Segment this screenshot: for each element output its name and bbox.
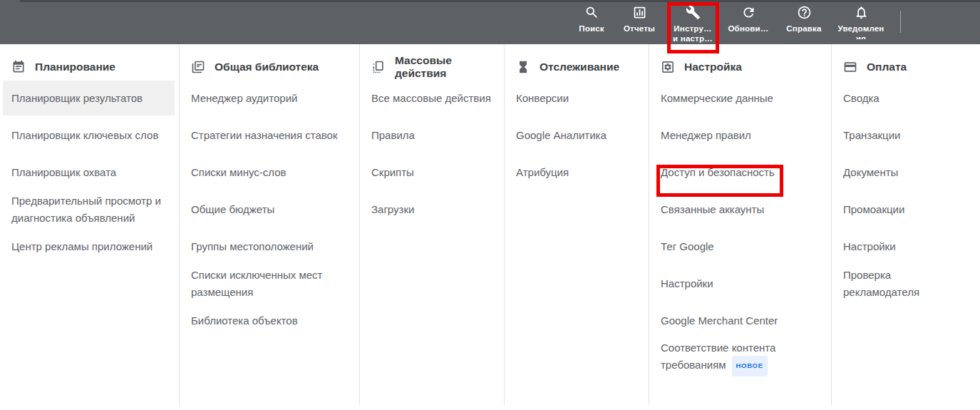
menu-item[interactable]: Загрузки [360,191,504,228]
billing-icon [843,60,857,74]
topbar-item-refresh[interactable]: Обнови… [718,5,778,34]
menu-item[interactable]: Атрибуция [505,154,649,191]
menu-column-header: Планирование [0,54,179,80]
menu-item-label: Общие бюджеты [191,203,274,215]
menu-item-label: Настройки [843,240,896,252]
topbar-item-help[interactable]: Справка [774,5,834,34]
new-badge: НОВОЕ [732,356,768,376]
topbar-item-label: Уведомлен [831,24,891,34]
menu-item[interactable]: Все массовые действия [360,80,504,117]
menu-item-label: Скрипты [371,166,414,178]
menu-item-label: Списки исключенных мест размещения [191,269,322,298]
topbar-top-strip [20,0,980,2]
menu-item-label: Планировщик ключевых слов [11,129,158,141]
menu-item[interactable]: Планировщик ключевых слов [0,117,179,154]
menu-item[interactable]: Планировщик охвата [0,154,179,191]
menu-column-title: Отслеживание [540,61,619,73]
refresh-icon [718,5,778,24]
menu-item-label: Коммерческие данные [661,92,773,104]
menu-item[interactable]: Google Merchant Center [649,302,831,339]
menu-item-label: Центр рекламы приложений [11,240,153,252]
menu-item-label: Google Аналитика [516,129,607,141]
menu-item[interactable]: Стратегии назначения ставок [180,117,359,154]
menu-item[interactable]: Транзакции [832,117,980,154]
setup-icon [661,60,675,74]
menu-item-label: Конверсии [516,92,569,104]
menu-item[interactable]: Центр рекламы приложений [0,228,179,265]
menu-item-label: Атрибуция [516,166,569,178]
menu-item[interactable]: Проверка рекламодателя [832,265,980,302]
menu-column-measurement: ОтслеживаниеКонверсииGoogle АналитикаАтр… [505,44,649,405]
menu-item-label: Google Merchant Center [661,314,778,327]
menu-item[interactable]: Библиотека объектов [180,302,359,339]
menu-column-header: Настройка [649,54,831,80]
menu-item-label: Стратегии назначения ставок [191,129,338,141]
menu-column-title: Массовые действия [395,54,492,80]
menu-item[interactable]: Менеджер аудиторий [180,80,359,117]
planning-icon [11,60,26,74]
topbar-item-label: Инстру… [663,24,723,34]
menu-item[interactable]: Связанные аккаунты [649,191,831,228]
tools-icon [663,5,723,24]
measurement-icon [516,60,530,74]
menu-item-label: Проверка рекламодателя [843,269,919,298]
menu-item[interactable]: Коммерческие данные [649,80,831,117]
menu-item-label: Сводка [843,92,880,104]
menu-item[interactable]: Конверсии [505,80,649,117]
reports-icon [609,5,669,24]
menu-item-label: Группы местоположений [191,240,314,252]
topbar-item-reports[interactable]: Отчеты [609,5,669,34]
menu-item-label: Транзакции [843,129,900,141]
menu-item-label: Промоакции [843,203,904,215]
menu-item[interactable]: Тег Google [649,228,831,265]
menu-column-title: Планирование [35,61,115,73]
tools-and-settings-menu: ПланированиеПланировщик результатовПлани… [0,44,980,405]
topbar-item-label: Обнови… [718,24,778,34]
menu-item-label: Правила [371,129,415,141]
menu-item-label: Тег Google [661,240,714,252]
menu-column-title: Оплата [867,61,907,73]
menu-item[interactable]: Списки минус-слов [180,154,359,191]
topbar-item-notifications[interactable]: Уведомления [831,5,891,39]
menu-item[interactable]: Правила [360,117,504,154]
menu-item-label: Библиотека объектов [191,314,298,327]
menu-item[interactable]: Общие бюджеты [180,191,359,228]
menu-item[interactable]: Предварительный просмотр и диагностика о… [0,191,179,228]
menu-item-label: Связанные аккаунты [661,203,764,215]
topbar-item-label: и настр… [663,34,723,44]
menu-item[interactable]: Скрипты [360,154,504,191]
menu-item-label: Менеджер аудиторий [191,92,297,104]
menu-column-setup: НастройкаКоммерческие данныеМенеджер пра… [649,44,832,405]
menu-column-title: Общая библиотека [215,61,319,73]
menu-item[interactable]: Сводка [832,80,980,117]
menu-item[interactable]: Соответствие контента требованиямНОВОЕ [649,339,831,377]
menu-item[interactable]: Настройки [832,228,980,265]
menu-item-label: Списки минус-слов [191,166,286,178]
menu-item[interactable]: Группы местоположений [180,228,359,265]
topbar: ПоискОтчетыИнстру…и настр…Обнови…Справка… [0,0,980,44]
menu-item[interactable]: Настройки [649,265,831,302]
shared-library-icon [191,60,205,74]
menu-item[interactable]: Google Аналитика [505,117,649,154]
menu-item[interactable]: Документы [832,154,980,191]
menu-column-shared-library: Общая библиотекаМенеджер аудиторийСтрате… [180,44,360,405]
menu-column-title: Настройка [684,61,742,73]
menu-item-label: Загрузки [371,203,414,215]
menu-item[interactable]: Планировщик результатов [0,80,179,117]
menu-item-label: Доступ и безопасность [661,166,775,178]
menu-column-bulk-actions: Массовые действияВсе массовые действияПр… [360,44,505,405]
menu-item-label: Документы [843,166,898,178]
menu-column-header: Оплата [832,54,980,80]
menu-item[interactable]: Списки исключенных мест размещения [180,265,359,302]
topbar-divider [900,11,901,33]
menu-item[interactable]: Промоакции [832,191,980,228]
help-icon [774,5,834,24]
menu-column-header: Массовые действия [360,54,504,80]
menu-item[interactable]: Менеджер правил [649,117,831,154]
menu-item[interactable]: Доступ и безопасность [649,154,831,191]
menu-column-header: Общая библиотека [180,54,359,80]
bulk-actions-icon [371,60,386,74]
menu-column-billing: ОплатаСводкаТранзакцииДокументыПромоакци… [832,44,980,405]
topbar-item-tools[interactable]: Инстру…и настр… [663,5,723,43]
menu-item-label: Все массовые действия [371,92,491,104]
